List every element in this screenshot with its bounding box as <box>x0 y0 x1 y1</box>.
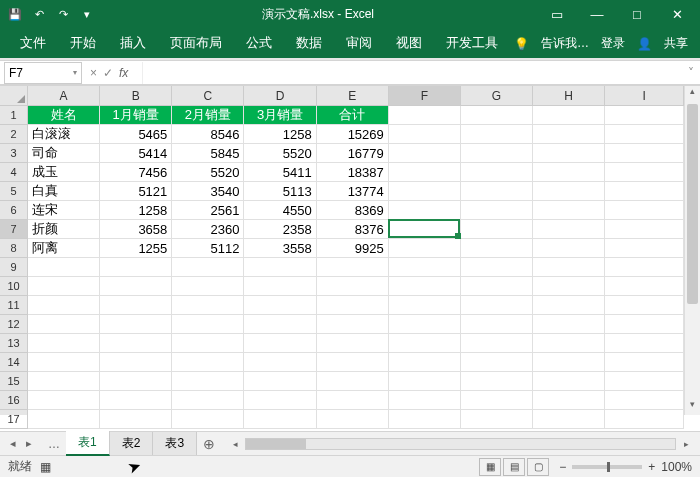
cell-G17[interactable] <box>461 410 533 429</box>
fx-icon[interactable]: fx <box>119 66 134 80</box>
zoom-slider[interactable] <box>572 465 642 469</box>
tab-home[interactable]: 开始 <box>58 28 108 58</box>
cell-F15[interactable] <box>389 372 461 391</box>
cell-E15[interactable] <box>317 372 389 391</box>
formula-input[interactable] <box>142 62 682 84</box>
cell-C14[interactable] <box>172 353 244 372</box>
signin-button[interactable]: 登录 <box>597 33 629 54</box>
col-header-B[interactable]: B <box>100 86 172 106</box>
cell-I5[interactable] <box>605 182 684 201</box>
col-header-C[interactable]: C <box>172 86 244 106</box>
add-sheet-icon[interactable]: ⊕ <box>197 436 221 452</box>
tab-page-layout[interactable]: 页面布局 <box>158 28 234 58</box>
cell-F9[interactable] <box>389 258 461 277</box>
hscroll-thumb[interactable] <box>246 439 306 449</box>
cell-I6[interactable] <box>605 201 684 220</box>
cell-F7[interactable] <box>389 220 461 239</box>
cell-A5[interactable]: 白真 <box>28 182 100 201</box>
cell-E3[interactable]: 16779 <box>317 144 389 163</box>
cell-C15[interactable] <box>172 372 244 391</box>
cell-I3[interactable] <box>605 144 684 163</box>
zoom-out-icon[interactable]: − <box>559 460 566 474</box>
cell-A11[interactable] <box>28 296 100 315</box>
tab-insert[interactable]: 插入 <box>108 28 158 58</box>
cell-D10[interactable] <box>244 277 316 296</box>
cell-E4[interactable]: 18387 <box>317 163 389 182</box>
cell-E7[interactable]: 8376 <box>317 220 389 239</box>
cell-E2[interactable]: 15269 <box>317 125 389 144</box>
vscroll-thumb[interactable] <box>687 104 698 304</box>
cell-C13[interactable] <box>172 334 244 353</box>
cell-D3[interactable]: 5520 <box>244 144 316 163</box>
cell-G13[interactable] <box>461 334 533 353</box>
scroll-up-icon[interactable]: ▴ <box>685 86 700 102</box>
ribbon-options-icon[interactable]: ▭ <box>538 0 576 28</box>
cell-E17[interactable] <box>317 410 389 429</box>
cell-C4[interactable]: 5520 <box>172 163 244 182</box>
cell-D13[interactable] <box>244 334 316 353</box>
row-header-7[interactable]: 7 <box>0 220 28 239</box>
cell-F5[interactable] <box>389 182 461 201</box>
cell-H4[interactable] <box>533 163 605 182</box>
cell-C17[interactable] <box>172 410 244 429</box>
cell-G16[interactable] <box>461 391 533 410</box>
cell-C16[interactable] <box>172 391 244 410</box>
horizontal-scrollbar[interactable]: ◂ ▸ <box>221 438 700 450</box>
cell-G12[interactable] <box>461 315 533 334</box>
cell-H5[interactable] <box>533 182 605 201</box>
cell-H13[interactable] <box>533 334 605 353</box>
cell-F17[interactable] <box>389 410 461 429</box>
formula-expand-icon[interactable]: ˅ <box>682 66 700 80</box>
cell-B6[interactable]: 1258 <box>100 201 172 220</box>
row-header-3[interactable]: 3 <box>0 144 28 163</box>
cell-A3[interactable]: 司命 <box>28 144 100 163</box>
cell-F3[interactable] <box>389 144 461 163</box>
row-headers[interactable]: 1234567891011121314151617 <box>0 106 28 415</box>
cell-D6[interactable]: 4550 <box>244 201 316 220</box>
cell-D8[interactable]: 3558 <box>244 239 316 258</box>
row-header-13[interactable]: 13 <box>0 334 28 353</box>
cell-E9[interactable] <box>317 258 389 277</box>
cell-D15[interactable] <box>244 372 316 391</box>
minimize-icon[interactable]: — <box>578 0 616 28</box>
cell-A14[interactable] <box>28 353 100 372</box>
cell-A10[interactable] <box>28 277 100 296</box>
col-header-D[interactable]: D <box>244 86 316 106</box>
cell-A4[interactable]: 成玉 <box>28 163 100 182</box>
cell-I17[interactable] <box>605 410 684 429</box>
cell-G11[interactable] <box>461 296 533 315</box>
row-header-5[interactable]: 5 <box>0 182 28 201</box>
normal-view-icon[interactable]: ▦ <box>479 458 501 476</box>
hscroll-left-icon[interactable]: ◂ <box>229 439 241 449</box>
page-break-view-icon[interactable]: ▢ <box>527 458 549 476</box>
cell-I4[interactable] <box>605 163 684 182</box>
tab-formulas[interactable]: 公式 <box>234 28 284 58</box>
redo-icon[interactable]: ↷ <box>52 3 74 25</box>
cell-D12[interactable] <box>244 315 316 334</box>
cell-B8[interactable]: 1255 <box>100 239 172 258</box>
cell-I9[interactable] <box>605 258 684 277</box>
cell-A6[interactable]: 连宋 <box>28 201 100 220</box>
cell-A15[interactable] <box>28 372 100 391</box>
cell-I2[interactable] <box>605 125 684 144</box>
tell-me-button[interactable]: 告诉我… <box>537 33 593 54</box>
cell-G10[interactable] <box>461 277 533 296</box>
cell-E14[interactable] <box>317 353 389 372</box>
tab-file[interactable]: 文件 <box>8 28 58 58</box>
cell-G5[interactable] <box>461 182 533 201</box>
cell-B16[interactable] <box>100 391 172 410</box>
cell-A16[interactable] <box>28 391 100 410</box>
macro-recorder-icon[interactable]: ▦ <box>40 460 51 474</box>
cell-B13[interactable] <box>100 334 172 353</box>
row-header-9[interactable]: 9 <box>0 258 28 277</box>
tab-developer[interactable]: 开发工具 <box>434 28 510 58</box>
cell-B4[interactable]: 7456 <box>100 163 172 182</box>
cancel-formula-icon[interactable]: × <box>90 66 97 80</box>
cell-F12[interactable] <box>389 315 461 334</box>
cell-H2[interactable] <box>533 125 605 144</box>
cell-G9[interactable] <box>461 258 533 277</box>
cell-A7[interactable]: 折颜 <box>28 220 100 239</box>
cell-B15[interactable] <box>100 372 172 391</box>
cell-D2[interactable]: 1258 <box>244 125 316 144</box>
cell-I10[interactable] <box>605 277 684 296</box>
